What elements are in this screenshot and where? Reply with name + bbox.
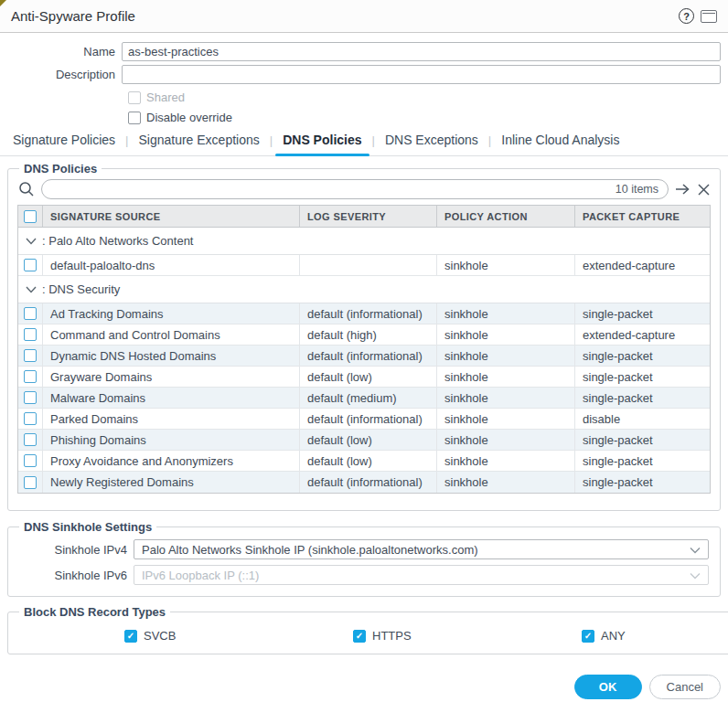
- cell-log-severity: default (low): [299, 451, 436, 471]
- column-header-policy-action[interactable]: POLICY ACTION: [436, 206, 574, 227]
- table-row[interactable]: Proxy Avoidance and Anonymizersdefault (…: [18, 451, 710, 472]
- row-checkbox[interactable]: [24, 328, 37, 341]
- apply-filter-arrow-icon[interactable]: [674, 182, 691, 197]
- sinkhole-ipv4-value: Palo Alto Networks Sinkhole IP (sinkhole…: [142, 543, 690, 557]
- cell-log-severity: default (high): [299, 324, 436, 345]
- description-input[interactable]: [122, 65, 721, 84]
- cell-log-severity: default (informational): [299, 346, 436, 366]
- cell-log-severity: default (informational): [299, 303, 436, 324]
- tab-dns-policies[interactable]: DNS Policies: [283, 133, 361, 147]
- table-row[interactable]: default-paloalto-dnssinkholeextended-cap…: [18, 255, 710, 276]
- cell-policy-action: sinkhole: [436, 324, 574, 345]
- tab-separator: |: [488, 133, 491, 147]
- cell-packet-capture: single-packet: [574, 388, 710, 408]
- cancel-button[interactable]: Cancel: [649, 675, 721, 699]
- cell-policy-action: sinkhole: [436, 255, 574, 275]
- https-label: HTTPS: [372, 629, 412, 643]
- cell-signature-source: Phishing Domains: [42, 430, 299, 450]
- sinkhole-ipv6-value: IPv6 Loopback IP (::1): [142, 569, 690, 582]
- profile-form: Name Description Shared Disable override: [0, 33, 728, 124]
- block-dns-legend: Block DNS Record Types: [19, 605, 170, 619]
- group-row-palo-alto-networks-content[interactable]: : Palo Alto Networks Content: [18, 228, 710, 255]
- cell-log-severity: default (low): [299, 367, 436, 387]
- tab-inline-cloud-analysis[interactable]: Inline Cloud Analysis: [501, 133, 619, 147]
- block-option-any: ANY: [582, 629, 728, 643]
- anti-spyware-profile-dialog: Anti-Spyware Profile ? Name Description …: [0, 0, 728, 699]
- svcb-label: SVCB: [144, 629, 176, 643]
- window-corner-artifact: [0, 0, 6, 6]
- cell-packet-capture: extended-capture: [574, 255, 710, 275]
- table-row[interactable]: Newly Registered Domainsdefault (informa…: [18, 472, 710, 493]
- table-row[interactable]: Parked Domainsdefault (informational)sin…: [18, 409, 710, 430]
- ok-button[interactable]: OK: [574, 675, 642, 699]
- table-row[interactable]: Dynamic DNS Hosted Domainsdefault (infor…: [18, 346, 710, 367]
- row-checkbox[interactable]: [24, 307, 37, 320]
- sinkhole-ipv4-label: Sinkhole IPv4: [17, 543, 134, 557]
- help-icon[interactable]: ?: [679, 8, 694, 24]
- row-checkbox[interactable]: [24, 412, 37, 425]
- row-checkbox[interactable]: [24, 476, 37, 489]
- cell-policy-action: sinkhole: [436, 472, 574, 493]
- tab-signature-policies[interactable]: Signature Policies: [13, 133, 115, 147]
- cell-log-severity: default (informational): [299, 409, 436, 429]
- cell-log-severity: default (informational): [299, 472, 436, 493]
- dialog-title: Anti-Spyware Profile: [11, 8, 135, 24]
- row-checkbox[interactable]: [24, 454, 37, 467]
- dns-sinkhole-section: DNS Sinkhole Settings Sinkhole IPv4 Palo…: [7, 520, 721, 597]
- dns-sinkhole-legend: DNS Sinkhole Settings: [19, 520, 156, 534]
- cell-packet-capture: single-packet: [574, 430, 710, 450]
- tab-signature-exceptions[interactable]: Signature Exceptions: [138, 133, 259, 147]
- disable-override-label: Disable override: [146, 111, 232, 124]
- cell-policy-action: sinkhole: [436, 451, 574, 471]
- window-icon[interactable]: [701, 10, 717, 23]
- row-checkbox[interactable]: [24, 259, 37, 271]
- table-row[interactable]: Phishing Domainsdefault (low)sinkholesin…: [18, 430, 710, 451]
- table-row[interactable]: Malware Domainsdefault (medium)sinkholes…: [18, 388, 710, 409]
- dns-policies-table: SIGNATURE SOURCELOG SEVERITYPOLICY ACTIO…: [17, 205, 711, 494]
- cell-log-severity: default (low): [299, 430, 436, 450]
- cell-policy-action: sinkhole: [436, 303, 574, 324]
- table-row[interactable]: Command and Control Domainsdefault (high…: [18, 324, 710, 346]
- dialog-footer: OK Cancel: [0, 654, 728, 699]
- any-checkbox[interactable]: [582, 630, 594, 643]
- row-checkbox[interactable]: [24, 391, 37, 404]
- tab-dns-exceptions[interactable]: DNS Exceptions: [385, 133, 478, 147]
- sinkhole-ipv6-select: IPv6 Loopback IP (::1): [134, 565, 709, 585]
- search-input[interactable]: [51, 183, 616, 197]
- column-header-log-severity[interactable]: LOG SEVERITY: [299, 206, 436, 227]
- sinkhole-ipv4-select[interactable]: Palo Alto Networks Sinkhole IP (sinkhole…: [134, 539, 709, 559]
- table-row[interactable]: Ad Tracking Domainsdefault (informationa…: [18, 303, 710, 324]
- sinkhole-ipv6-label: Sinkhole IPv6: [17, 569, 134, 582]
- cell-signature-source: Command and Control Domains: [42, 324, 299, 345]
- tab-separator: |: [372, 133, 375, 147]
- cell-signature-source: Ad Tracking Domains: [42, 303, 299, 324]
- clear-filter-close-icon[interactable]: [697, 183, 711, 197]
- column-header-packet-capture[interactable]: PACKET CAPTURE: [574, 206, 710, 227]
- cell-policy-action: sinkhole: [436, 367, 574, 387]
- name-input[interactable]: [122, 42, 721, 61]
- cell-packet-capture: single-packet: [574, 303, 710, 324]
- cell-signature-source: Newly Registered Domains: [42, 472, 299, 493]
- cell-policy-action: sinkhole: [436, 388, 574, 408]
- shared-label: Shared: [146, 90, 185, 104]
- select-all-checkbox[interactable]: [24, 210, 37, 223]
- svcb-checkbox[interactable]: [124, 630, 137, 643]
- cell-policy-action: sinkhole: [436, 409, 574, 429]
- row-checkbox[interactable]: [24, 433, 37, 446]
- block-option-svcb: SVCB: [124, 629, 353, 643]
- chevron-down-icon[interactable]: [26, 237, 37, 245]
- table-row[interactable]: Grayware Domainsdefault (low)sinkholesin…: [18, 367, 710, 388]
- cell-packet-capture: disable: [574, 409, 710, 429]
- cell-packet-capture: extended-capture: [574, 324, 710, 345]
- group-row-dns-security[interactable]: : DNS Security: [18, 276, 710, 303]
- row-checkbox[interactable]: [24, 370, 37, 383]
- column-header-signature-source[interactable]: SIGNATURE SOURCE: [42, 206, 299, 227]
- cell-signature-source: Parked Domains: [42, 409, 299, 429]
- cell-packet-capture: single-packet: [574, 472, 710, 493]
- cell-signature-source: Proxy Avoidance and Anonymizers: [42, 451, 299, 471]
- disable-override-checkbox[interactable]: [128, 112, 141, 124]
- chevron-down-icon[interactable]: [26, 285, 37, 293]
- https-checkbox[interactable]: [353, 630, 366, 643]
- search-icon[interactable]: [17, 180, 36, 198]
- row-checkbox[interactable]: [24, 349, 37, 362]
